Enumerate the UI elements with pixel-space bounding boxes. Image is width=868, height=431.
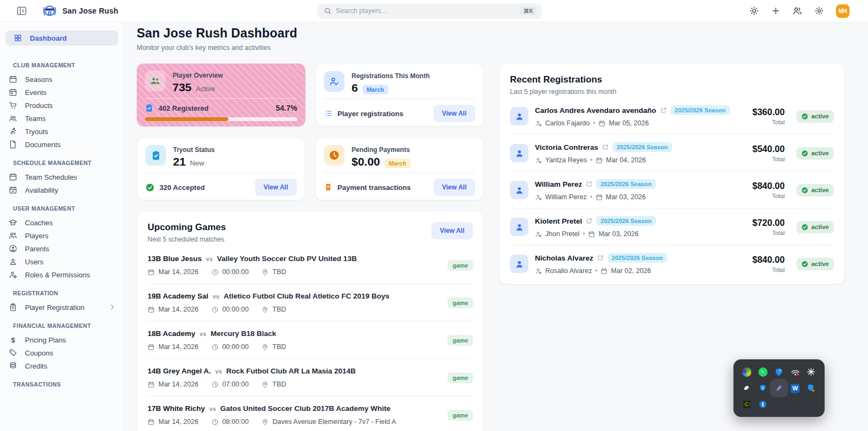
external-link-icon[interactable] bbox=[586, 218, 592, 224]
external-link-icon[interactable] bbox=[597, 255, 604, 261]
game-date: Mar 14, 2026 bbox=[158, 418, 199, 426]
status-badge: active bbox=[796, 110, 834, 123]
sidebar-item-documents[interactable]: Documents bbox=[0, 138, 124, 151]
theme-toggle-sun-icon[interactable] bbox=[749, 6, 759, 16]
blue-shield-icon[interactable] bbox=[755, 381, 770, 396]
sidebar-item-coaches[interactable]: Coaches bbox=[0, 216, 124, 229]
dashboard-grid-icon bbox=[14, 34, 22, 42]
player-name: Nicholas Alvarez bbox=[535, 254, 593, 262]
person-icon bbox=[514, 259, 525, 269]
stat-value: 21 bbox=[173, 155, 186, 168]
away-team: Atletico Futbol Club Real Atletico FC 20… bbox=[224, 292, 390, 300]
runner-icon bbox=[9, 127, 17, 136]
registration-row[interactable]: Nicholas Alvarez 2025/2026 Season Rosali… bbox=[510, 245, 834, 282]
registration-row[interactable]: Carlos Andres Avendaro avendaño 2025/202… bbox=[510, 98, 834, 134]
check-circle-icon bbox=[801, 113, 808, 120]
sidebar-item-credits[interactable]: Credits bbox=[0, 359, 124, 372]
game-location: TBD bbox=[272, 381, 286, 388]
mobile-hotspot-icon[interactable] bbox=[788, 364, 803, 379]
sidebar-item-roles-permissions[interactable]: Roles & Permissions bbox=[0, 268, 124, 281]
list-icon bbox=[324, 109, 333, 118]
game-row[interactable]: 14B Grey Angel A.vsRock Futbol Club AR L… bbox=[148, 358, 473, 396]
dollar-icon: $ bbox=[9, 336, 17, 344]
registration-row[interactable]: William Perez 2025/2026 Season William P… bbox=[510, 171, 834, 208]
game-row[interactable]: 18B AcademyvsMercury B18 Black Mar 14, 2… bbox=[148, 321, 473, 358]
sidebar-item-dashboard[interactable]: Dashboard bbox=[5, 30, 118, 46]
home-team: 17B White Richy bbox=[148, 404, 205, 413]
upcoming-games-title: Upcoming Games bbox=[148, 222, 226, 233]
parent-icon bbox=[535, 231, 542, 238]
hand-app-icon[interactable] bbox=[739, 381, 755, 396]
settings-gear-icon[interactable] bbox=[814, 6, 824, 16]
search-bar[interactable]: ⌘K bbox=[318, 4, 541, 18]
nvidia-icon[interactable] bbox=[739, 397, 755, 412]
search-shortcut-badge: ⌘K bbox=[520, 7, 537, 15]
stat-title: Pending Payments bbox=[352, 146, 411, 154]
home-team: 18B Academy bbox=[148, 329, 195, 338]
season-badge: 2025/2026 Season bbox=[612, 142, 672, 152]
add-plus-icon[interactable] bbox=[771, 6, 781, 16]
whatsapp-icon[interactable] bbox=[755, 364, 770, 379]
status-label: active bbox=[811, 224, 829, 230]
registration-date: Mar 03, 2026 bbox=[598, 230, 639, 238]
cart-icon bbox=[9, 101, 17, 110]
windows-security-shield-icon[interactable] bbox=[771, 364, 787, 379]
season-badge: 2025/2026 Season bbox=[671, 105, 730, 115]
season-badge: 2025/2026 Season bbox=[608, 253, 667, 263]
external-link-icon[interactable] bbox=[660, 107, 667, 113]
sidebar-item-users[interactable]: Users bbox=[0, 255, 124, 268]
view-all-button[interactable]: View All bbox=[433, 179, 475, 196]
sidebar-item-label: Player Registration bbox=[25, 303, 85, 312]
game-row[interactable]: 13B Blue JesusvsValley Youth Soccer Club… bbox=[148, 246, 473, 283]
stat-unit: New bbox=[190, 159, 204, 167]
sidebar-item-events[interactable]: Events bbox=[0, 86, 124, 99]
sidebar-collapse-icon[interactable] bbox=[16, 5, 27, 16]
stat-value: 735 bbox=[173, 81, 192, 94]
shield-warning-icon[interactable] bbox=[803, 381, 819, 396]
feather-app-icon[interactable] bbox=[771, 381, 787, 396]
sidebar-item-teams[interactable]: Teams bbox=[0, 112, 124, 125]
game-row[interactable]: 19B Academy SalvsAtletico Futbol Club Re… bbox=[148, 283, 473, 321]
internet-download-manager-icon[interactable] bbox=[739, 364, 755, 379]
user-avatar[interactable]: MH bbox=[836, 4, 850, 18]
external-link-icon[interactable] bbox=[602, 144, 609, 150]
sidebar-item-parents[interactable]: Parents bbox=[0, 242, 124, 255]
stat-title: Registrations This Month bbox=[352, 72, 430, 80]
search-input[interactable] bbox=[336, 7, 516, 15]
sidebar-item-seasons[interactable]: Seasons bbox=[0, 73, 124, 86]
person-icon bbox=[514, 185, 525, 195]
sidebar-item-pricing-plans[interactable]: $Pricing Plans bbox=[0, 333, 124, 346]
users-icon[interactable] bbox=[793, 6, 802, 16]
sidebar-item-coupons[interactable]: Coupons bbox=[0, 346, 124, 359]
sidebar-item-player-registration[interactable]: Player Registration bbox=[0, 301, 124, 314]
view-all-button[interactable]: View All bbox=[255, 179, 297, 196]
person-check-icon bbox=[329, 76, 340, 87]
calendar-icon bbox=[596, 194, 603, 201]
game-row[interactable]: 17B White RichyvsGatos United Soccer Clu… bbox=[148, 396, 473, 431]
location-pin-icon bbox=[261, 306, 269, 313]
external-link-icon[interactable] bbox=[586, 181, 592, 187]
sidebar-section-transactions: TRANSACTIONS bbox=[0, 372, 124, 392]
registration-row[interactable]: Kiolent Pretel 2025/2026 Season Jhon Pre… bbox=[510, 208, 834, 245]
clock-icon bbox=[212, 306, 219, 313]
player-name: Carlos Andres Avendaro avendaño bbox=[535, 106, 656, 115]
sidebar-item-label: Documents bbox=[25, 141, 61, 149]
sidebar-item-players[interactable]: Players bbox=[0, 229, 124, 242]
tryout-status-card: Tryout Status 21 New 320 Accepted View A… bbox=[137, 137, 305, 200]
sidebar-item-products[interactable]: Products bbox=[0, 99, 124, 112]
player-avatar bbox=[510, 144, 528, 162]
sidebar-item-team-schedules[interactable]: Team Schedules bbox=[0, 170, 124, 183]
home-team: 14B Grey Angel A. bbox=[148, 367, 211, 375]
sidebar-item-label: Dashboard bbox=[30, 34, 67, 42]
view-all-button[interactable]: View All bbox=[431, 222, 473, 239]
sidebar-section-financial-management: FINANCIAL MANAGEMENT bbox=[0, 314, 124, 333]
view-all-button[interactable]: View All bbox=[433, 105, 475, 122]
wondershare-w-icon[interactable]: W bbox=[788, 381, 803, 396]
clipboard-icon bbox=[151, 150, 161, 161]
registration-row[interactable]: Victoria Contreras 2025/2026 Season Yari… bbox=[510, 134, 834, 171]
registration-amount: $540.00 bbox=[752, 144, 785, 154]
bluetooth-icon[interactable] bbox=[755, 397, 770, 412]
snowflake-icon[interactable] bbox=[803, 364, 819, 379]
sidebar-item-availability[interactable]: Availability bbox=[0, 183, 124, 197]
sidebar-item-tryouts[interactable]: Tryouts bbox=[0, 125, 124, 138]
